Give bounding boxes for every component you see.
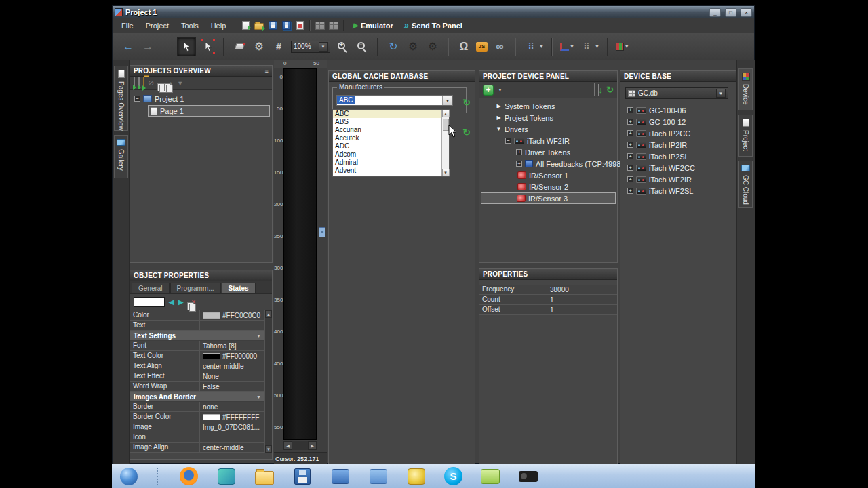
property-section[interactable]: Images And Border▼	[130, 392, 264, 402]
grid-toggle-icon[interactable]: #	[271, 38, 286, 56]
expand-icon[interactable]: +	[627, 153, 633, 159]
new-page-icon[interactable]	[239, 20, 252, 32]
property-row[interactable]: Border Color#FFFFFFFF	[130, 412, 264, 422]
collapse-arrow-icon[interactable]: ▼	[496, 126, 502, 132]
property-row[interactable]: ImageImg_0_07DC081...	[130, 422, 264, 432]
tree-item-gc-100-12[interactable]: +GC-100-12	[620, 116, 736, 127]
property-section[interactable]: Text Settings▼	[130, 331, 264, 341]
tree-item-itach-wf2ir[interactable]: − iTach WF2IR	[479, 135, 617, 146]
refresh-devices-icon[interactable]: ↻	[462, 127, 471, 138]
new-page-icon[interactable]	[134, 77, 135, 89]
list-item[interactable]: ABS	[333, 118, 441, 126]
expand-icon[interactable]: +	[627, 165, 633, 171]
menu-tools[interactable]: Tools	[175, 20, 205, 32]
list-item[interactable]: Admiral	[333, 159, 441, 167]
manufacturer-combo[interactable]: ABC ▼	[336, 95, 453, 106]
panel-view-icon[interactable]	[594, 84, 595, 96]
skype-icon[interactable]: S	[444, 467, 462, 485]
tab-general[interactable]: General	[132, 283, 170, 293]
layout-tool-icon[interactable]	[313, 20, 327, 32]
tree-item-drivers[interactable]: ▼ Drivers	[479, 123, 617, 135]
tab-gallery[interactable]: Gallery	[114, 135, 128, 178]
database-combo[interactable]: GC.db ▼	[625, 87, 728, 99]
chevron-down-icon[interactable]: ▼	[319, 42, 328, 52]
dots-grid-menu[interactable]: ⠿ ▼	[524, 38, 544, 56]
tree-item-itach-ip2ir[interactable]: +iTach IP2IR	[620, 139, 736, 150]
save-all-icon[interactable]	[279, 20, 293, 32]
refresh-icon[interactable]: ↻	[606, 85, 614, 95]
firefox-icon[interactable]	[178, 466, 199, 487]
list-item[interactable]: Accutek	[333, 134, 441, 142]
expand-arrow-icon[interactable]: ▶	[496, 115, 502, 121]
globe-icon[interactable]	[119, 466, 139, 487]
property-row[interactable]: Count1	[479, 295, 617, 305]
camera-icon[interactable]	[518, 466, 538, 487]
panel-tool-icon[interactable]	[327, 20, 340, 32]
link-tool-icon[interactable]: ∞	[492, 38, 507, 56]
tree-item-itach-wf2ir[interactable]: +iTach WF2IR	[620, 174, 736, 185]
expand-arrow-icon[interactable]: ▶	[496, 103, 502, 109]
notes-app-icon[interactable]	[406, 466, 427, 487]
state-thumbnail[interactable]	[134, 297, 165, 307]
collapse-icon[interactable]: ▼	[256, 394, 261, 399]
download-icon[interactable]: ↓	[599, 85, 604, 95]
tree-item-project[interactable]: − Project 1	[130, 93, 272, 104]
zoom-out-icon[interactable]: −	[355, 38, 370, 56]
import-page-icon[interactable]	[138, 77, 140, 89]
scroll-up-icon[interactable]: ▲	[265, 310, 272, 318]
emulator-button[interactable]: ▶ Emulator	[347, 20, 398, 31]
tab-gc-cloud[interactable]: GC Cloud	[738, 161, 753, 208]
tree-item-project-tokens[interactable]: ▶ Project Tokens	[479, 112, 617, 123]
close-button[interactable]: ×	[741, 8, 752, 17]
collapse-icon[interactable]: −	[505, 138, 511, 144]
expand-icon[interactable]: +	[627, 130, 633, 136]
save-app-icon[interactable]	[292, 466, 313, 487]
expand-icon[interactable]: +	[627, 176, 633, 182]
taskbar-grip[interactable]	[157, 468, 161, 485]
property-row[interactable]: Text Color#FF000000	[130, 351, 264, 361]
property-row[interactable]: Word WrapFalse	[130, 382, 264, 392]
move-down-icon[interactable]: ▼	[177, 80, 183, 87]
chevron-down-icon[interactable]: ▼	[442, 96, 452, 105]
property-row[interactable]: Text EffectNone	[130, 371, 264, 382]
tree-item-gc-100-06[interactable]: +GC-100-06	[620, 104, 736, 116]
scroll-left-icon[interactable]: ◀	[283, 441, 292, 450]
next-state-icon[interactable]: ▶	[178, 298, 184, 306]
scroll-right-icon[interactable]: ▶	[308, 441, 317, 450]
collapse-icon[interactable]: −	[134, 96, 140, 102]
tab-device[interactable]: Device	[738, 68, 753, 110]
delete-page-icon[interactable]: ⊘	[148, 79, 154, 87]
property-row[interactable]: Text	[130, 321, 264, 331]
expand-icon[interactable]: +	[627, 119, 633, 125]
app-window2-icon[interactable]	[368, 466, 389, 487]
app-window-icon[interactable]	[330, 466, 351, 487]
chevron-down-icon[interactable]: ▼	[716, 89, 726, 98]
multi-select-tool[interactable]	[201, 38, 216, 56]
distribute-menu[interactable]: ▼	[616, 43, 629, 51]
tab-pages-overview[interactable]: Pages Overview	[114, 66, 128, 131]
export-page-icon[interactable]	[143, 77, 144, 89]
add-device-icon[interactable]: +	[483, 85, 494, 96]
forward-icon[interactable]: →	[140, 38, 155, 56]
macro-gear-icon[interactable]: ⚙	[425, 38, 440, 56]
tree-item-ir-sensor-1[interactable]: IR/Sensor 1	[479, 169, 617, 181]
maximize-button[interactable]: □	[725, 8, 736, 17]
media-app-icon[interactable]	[216, 466, 237, 487]
align-menu[interactable]: ▼	[560, 43, 574, 51]
tab-states[interactable]: States	[222, 283, 256, 293]
property-row[interactable]: Offset1	[479, 305, 617, 315]
js-script-icon[interactable]: JS	[476, 42, 488, 52]
list-item[interactable]: Adcom	[333, 150, 441, 159]
property-row[interactable]: Color#FFC0C0C0	[130, 310, 264, 321]
zoom-select[interactable]: 100% ▼	[291, 41, 330, 53]
expand-icon[interactable]: +	[627, 188, 633, 194]
clear-tool[interactable]	[232, 38, 247, 56]
property-row[interactable]: Bordernone	[130, 402, 264, 412]
expand-icon[interactable]: +	[516, 161, 522, 167]
tree-item-itach-wf2cc[interactable]: +iTach WF2CC	[620, 162, 736, 174]
scroll-up-icon[interactable]: ▲	[442, 110, 450, 117]
minimize-button[interactable]: _	[709, 8, 721, 17]
menu-project[interactable]: Project	[140, 20, 175, 32]
property-row[interactable]: Image Aligncenter-middle	[130, 443, 264, 453]
list-item[interactable]: Accurian	[333, 126, 441, 134]
